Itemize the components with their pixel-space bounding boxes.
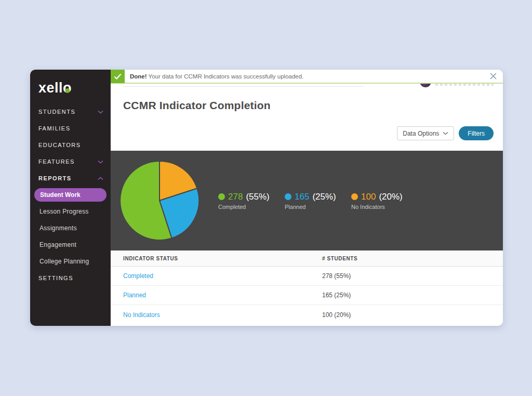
legend-dot-no-indicators-icon [351, 193, 358, 200]
table-row: No Indicators 100 (20%) [111, 305, 503, 324]
xello-logo[interactable]: xello [38, 80, 72, 96]
page-title: CCMR Indicator Completion [123, 99, 271, 112]
legend-label: No Indicators [351, 204, 418, 210]
column-header-students: # STUDENTS [322, 256, 503, 261]
chevron-down-icon [443, 131, 448, 135]
sidebar-item-students[interactable]: STUDENTS [30, 103, 111, 120]
legend-value: 100 [361, 192, 376, 202]
chevron-down-icon [98, 160, 103, 164]
chevron-down-icon [98, 110, 103, 114]
legend-value: 278 [228, 192, 243, 202]
students-count: 165 (25%) [322, 292, 503, 299]
toolbar: Data Options Filters [397, 126, 494, 140]
chart-legend: 278 (55%) Completed 165 (25%) Planned [218, 192, 418, 210]
legend-percent: (55%) [246, 192, 269, 202]
logo-green-dot-icon [65, 88, 70, 93]
sidebar-item-college-planning[interactable]: College Planning [30, 253, 111, 270]
legend-label: Planned [285, 204, 351, 210]
legend-label: Completed [218, 204, 285, 210]
table-row: Completed 278 (55%) [111, 267, 503, 286]
sidebar-item-lesson-progress[interactable]: Lesson Progress [30, 203, 111, 220]
status-link-planned[interactable]: Planned [123, 292, 146, 299]
legend-percent: (20%) [379, 192, 402, 202]
sidebar-item-educators[interactable]: EDUCATORS [30, 137, 111, 153]
check-icon [114, 73, 122, 80]
legend-dot-completed-icon [218, 193, 225, 200]
pie-chart [118, 160, 201, 242]
page-header: CCMR Indicator Completion Data Options F… [111, 84, 503, 151]
status-link-completed[interactable]: Completed [123, 272, 153, 280]
students-count: 278 (55%) [322, 272, 503, 280]
sidebar-item-features[interactable]: FEATURES [30, 153, 111, 170]
students-count: 100 (20%) [322, 311, 503, 319]
sidebar-item-assignments[interactable]: Assignments [30, 220, 111, 236]
sidebar-item-families[interactable]: FAMILIES [30, 120, 111, 137]
banner-close-button[interactable] [488, 72, 498, 81]
status-link-no-indicators[interactable]: No Indicators [123, 311, 160, 319]
legend-item-completed: 278 (55%) Completed [218, 192, 285, 210]
success-banner: Done!Your data for CCMR Indicators was s… [111, 70, 503, 84]
table-header: INDICATOR STATUS # STUDENTS [111, 250, 503, 267]
sidebar-item-student-work-active[interactable]: Student Work [34, 188, 107, 202]
logo-text: xell [38, 80, 63, 96]
sidebar-nav: STUDENTS FAMILIES EDUCATORS FEATURES REP… [30, 103, 111, 286]
chart-panel: 278 (55%) Completed 165 (25%) Planned [111, 151, 503, 250]
data-options-button[interactable]: Data Options [397, 126, 454, 140]
banner-title: Done! [130, 73, 147, 80]
legend-item-planned: 165 (25%) Planned [285, 192, 351, 210]
sidebar-item-settings[interactable]: SETTINGS [30, 270, 111, 286]
chevron-up-icon [98, 177, 103, 180]
success-check-badge [111, 70, 125, 83]
filters-button[interactable]: Filters [459, 126, 494, 140]
close-icon [490, 73, 497, 80]
table-row: Planned 165 (25%) [111, 286, 503, 305]
sidebar-item-reports[interactable]: REPORTS [30, 170, 111, 187]
legend-dot-planned-icon [285, 193, 291, 200]
header-divider [123, 86, 364, 87]
app-window: xello STUDENTS FAMILIES EDUCATORS FEATUR… [30, 70, 503, 326]
legend-item-no-indicators: 100 (20%) No Indicators [351, 192, 418, 210]
banner-message: Done!Your data for CCMR Indicators was s… [130, 73, 303, 80]
sidebar-item-engagement[interactable]: Engagement [30, 236, 111, 253]
legend-percent: (25%) [312, 192, 336, 202]
indicator-table: INDICATOR STATUS # STUDENTS Completed 27… [111, 250, 503, 326]
sidebar: xello STUDENTS FAMILIES EDUCATORS FEATUR… [30, 70, 111, 326]
column-header-indicator-status: INDICATOR STATUS [111, 256, 322, 261]
legend-value: 165 [295, 192, 309, 202]
logo-o: o [63, 80, 72, 96]
main-content: Done!Your data for CCMR Indicators was s… [111, 70, 503, 326]
